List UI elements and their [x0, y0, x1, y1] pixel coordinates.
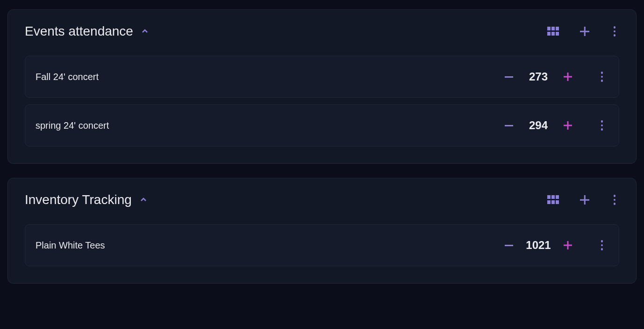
increment-button[interactable]: [564, 121, 572, 130]
grid-view-icon[interactable]: [547, 195, 559, 205]
add-counter-button[interactable]: [580, 195, 589, 205]
group-menu-icon[interactable]: [610, 195, 619, 205]
group-header: Events attendance: [25, 24, 619, 39]
counter-menu-icon[interactable]: [597, 120, 607, 131]
counter-controls: 273: [505, 70, 607, 83]
chevron-up-icon: [141, 27, 149, 36]
decrement-button[interactable]: [505, 76, 513, 78]
counter-controls: 294: [505, 119, 607, 132]
increment-button[interactable]: [564, 73, 572, 81]
decrement-button[interactable]: [505, 125, 513, 126]
counter-value: 273: [524, 70, 552, 83]
counter-controls: 1021: [505, 239, 607, 252]
counter-menu-icon[interactable]: [597, 72, 607, 82]
counter-value: 294: [524, 119, 552, 132]
counter-row: Fall 24' concert 273: [25, 56, 619, 98]
group-header: Inventory Tracking: [25, 192, 619, 207]
counter-row: Plain White Tees 1021: [25, 224, 619, 266]
counter-name: spring 24' concert: [36, 120, 109, 131]
chevron-up-icon: [139, 196, 148, 204]
counter-name: Fall 24' concert: [36, 72, 99, 82]
group-menu-icon[interactable]: [610, 26, 619, 37]
counter-menu-icon[interactable]: [597, 240, 607, 250]
counter-row: spring 24' concert 294: [25, 104, 619, 146]
group-actions: [547, 26, 619, 37]
group-actions: [547, 195, 619, 205]
decrement-button[interactable]: [505, 245, 513, 246]
counter-value: 1021: [524, 239, 552, 252]
group-title-toggle[interactable]: Inventory Tracking: [25, 192, 148, 207]
group-title: Inventory Tracking: [25, 192, 132, 207]
group-title-toggle[interactable]: Events attendance: [25, 24, 149, 39]
increment-button[interactable]: [564, 241, 572, 249]
counter-name: Plain White Tees: [36, 240, 105, 251]
group-title: Events attendance: [25, 24, 133, 39]
group-card: Events attendance Fall 24' concert 273: [7, 9, 637, 164]
add-counter-button[interactable]: [580, 27, 589, 36]
grid-view-icon[interactable]: [547, 27, 559, 36]
group-card: Inventory Tracking Plain White Tees 1021: [7, 178, 637, 284]
